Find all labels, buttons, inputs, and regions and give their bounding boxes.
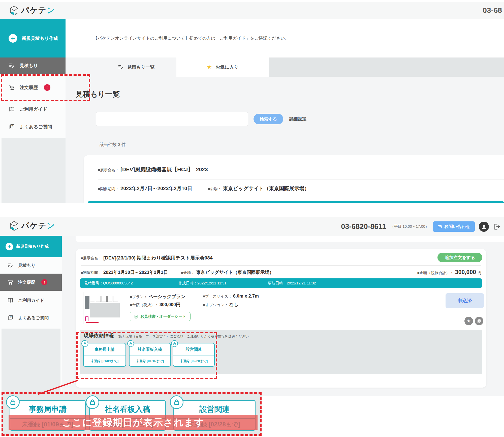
total-value: 300,000: [455, 269, 476, 276]
sidebar-new-quote-button[interactable]: ＋ 新規見積もり作成: [0, 236, 62, 257]
faq-icon: ?: [7, 314, 14, 321]
tab-favorites[interactable]: ★ お気に入り: [176, 57, 269, 77]
site-button-setup[interactable]: 設営関連 未登録 [02/28まで]: [173, 343, 215, 367]
sidebar-item-orders[interactable]: 注文履歴 ！: [0, 74, 66, 101]
alert-badge: ！: [44, 84, 50, 91]
cube-logo-icon: [9, 5, 19, 15]
contact-button[interactable]: お問い合わせ: [433, 221, 475, 232]
sidebar-item-label: 見積もり: [18, 263, 36, 268]
quote-list-content: 見積もり一覧 検索する 詳細設定 該当件数 3 件 ■展示会名： [DEV]厨房…: [66, 77, 504, 203]
sidebar: ＋ 新規見積もり作成 見積もり 注文履歴 ！ ご利用ガイド ? よくあるご質問: [0, 19, 66, 203]
sidebar-item-label: よくあるご質問: [18, 315, 49, 321]
deadline-callout: 事務局申請 未登録 [01/09まで] 社名看板入稿 未登録 [01/16まで]…: [2, 392, 262, 436]
advanced-settings-link[interactable]: 詳細設定: [289, 116, 306, 122]
venue-value: 東京ビッグサイト（東京国際展示場）: [196, 269, 274, 275]
quote-list-icon: [9, 62, 15, 69]
divider: [98, 180, 504, 180]
option-row: ■オプション： なし: [203, 302, 239, 308]
applied-status-button[interactable]: 申込済: [446, 293, 484, 308]
quote-created: 作成日時：2022/12/21 11:31: [178, 281, 227, 286]
sidebar-item-guide[interactable]: ご利用ガイド: [0, 293, 62, 308]
sidebar-item-quotes[interactable]: 見積もり: [0, 57, 66, 74]
sidebar-new-quote-button[interactable]: ＋ 新規見積もり作成: [0, 19, 66, 57]
total-amount-row: ■金額（税抜合計）： 300,000 円: [417, 269, 481, 276]
option-value: なし: [229, 302, 239, 308]
period-label: ■開催期間：: [98, 187, 119, 191]
plan-label: ■プラン：: [130, 295, 147, 299]
screenshot-quote-list: パケテン 03-68 ＋ 新規見積もり作成 見積もり 注文履歴 ！ ご利用ガイド: [0, 2, 504, 203]
amount-row: ■金額（税抜）： 300,000円: [130, 302, 180, 308]
cube-logo-icon: [9, 221, 19, 231]
copy-icon[interactable]: [475, 317, 483, 325]
period-value: 2023年2月7日～2023年2月10日: [120, 185, 192, 192]
sidebar-new-quote-label: 新規見積もり作成: [16, 244, 49, 249]
lock-icon: [171, 340, 178, 347]
tab-row: 見積もり一覧 ★ お気に入り: [66, 57, 504, 77]
brand-name: パケテン: [21, 220, 55, 231]
sidebar-item-quotes[interactable]: 見積もり: [0, 257, 62, 274]
sidebar-item-orders[interactable]: 注文履歴 ！: [0, 274, 62, 291]
sidebar-item-label: 注文履歴: [18, 279, 35, 285]
add-order-button[interactable]: 追加注文をする: [437, 253, 482, 262]
site-request-description: 施工現場（看板・ブース設営等）にご依頼・ご連絡いただく各種情報を登録ください: [118, 334, 249, 339]
tab-quote-list[interactable]: 見積もり一覧: [98, 57, 174, 77]
cart-icon: [7, 279, 14, 285]
book-icon: [9, 106, 15, 112]
exhibition-card: ■展示会名： [DEV]厨房設備機器展【HCJ】_2023 ■開催期間： 202…: [84, 155, 504, 203]
callout-connector-line: [25, 379, 91, 396]
brand-logo[interactable]: パケテン: [9, 5, 55, 16]
total-label: ■金額（税抜合計）：: [417, 271, 454, 275]
booth-plan-thumbnail: [83, 292, 122, 324]
site-request-section: 現場依頼情報 施工現場（看板・ブース設営等）にご依頼・ご連絡いただく各種情報を登…: [80, 330, 482, 374]
faq-icon: ?: [9, 124, 15, 130]
account-icon[interactable]: [479, 222, 489, 232]
brand-logo[interactable]: パケテン: [9, 220, 55, 231]
sidebar: ＋ 新規見積もり作成 見積もり 注文履歴 ！ ご利用ガイド ? よくあるご質問: [0, 236, 62, 396]
tab-strip-filler: [269, 57, 504, 77]
option-label: ■オプション：: [203, 303, 228, 307]
lock-icon: [127, 340, 134, 347]
order-button-fragment[interactable]: [88, 201, 504, 203]
order-history-content: ■展示会名： [DEV](23/1/30) 期限まわり確認用テスト展示会084 …: [62, 236, 504, 396]
brand-name: パケテン: [21, 5, 55, 16]
sidebar-item-label: ご利用ガイド: [20, 106, 47, 112]
site-button-office-application[interactable]: 事務局申請 未登録 [01/09まで]: [83, 343, 126, 367]
sidebar-item-faq[interactable]: ? よくあるご質問: [0, 117, 66, 137]
sidebar-item-label: よくあるご質問: [20, 124, 52, 130]
lock-icon: [170, 395, 183, 409]
sidebar-item-guide[interactable]: ご利用ガイド: [0, 101, 66, 117]
quote-list-icon: [118, 64, 124, 70]
top-app-bar: パケテン 03-68: [0, 2, 504, 19]
period-value: 2023年1月30日～2023年2月1日: [103, 269, 168, 275]
tab-label: お気に入り: [215, 64, 238, 70]
svg-text:?: ?: [11, 125, 13, 128]
sidebar-item-label: 注文履歴: [20, 84, 38, 91]
plus-icon: ＋: [6, 243, 13, 250]
document-icon: [134, 314, 138, 319]
exhibition-name-row: ■展示会名： [DEV](23/1/30) 期限まわり確認用テスト展示会084: [81, 255, 212, 261]
plus-icon: ＋: [9, 34, 17, 43]
search-button[interactable]: 検索する: [254, 114, 283, 124]
svg-text:?: ?: [10, 315, 12, 318]
support-phone: 03-6820-8611: [341, 222, 386, 231]
sidebar-item-faq[interactable]: ? よくあるご質問: [0, 308, 62, 327]
favorite-star-icon[interactable]: ★: [464, 317, 473, 325]
quote-number: 見積番号：QUO0000005642: [84, 281, 133, 286]
lock-icon: [6, 395, 20, 409]
search-input[interactable]: [96, 112, 248, 126]
sidebar-item-label: 見積もり: [20, 63, 38, 69]
quote-sheet-button[interactable]: お見積書・オーダーシート: [130, 312, 191, 321]
booth-size-label: ■ブースサイズ：: [203, 294, 232, 299]
booth-size-value: 6.0m x 2.7m: [233, 294, 259, 299]
quote-list-icon: [7, 262, 14, 269]
venue-label: ■会場：: [181, 270, 195, 275]
star-icon: ★: [207, 64, 212, 71]
quote-updated: 更新日時：2022/12/21 11:32: [268, 281, 316, 286]
divider: [81, 265, 481, 266]
logout-icon[interactable]: [493, 223, 500, 230]
app-bar: パケテン 03-6820-8611 （平日 10:00～17:00） お問い合わ…: [0, 217, 504, 236]
amount-value: 300,000円: [160, 302, 180, 308]
site-button-signboard[interactable]: 社名看板入稿 未登録 [01/16まで]: [129, 343, 171, 367]
exhibition-name-label: ■展示会名：: [81, 256, 102, 261]
exhibition-name-row: ■展示会名： [DEV]厨房設備機器展【HCJ】_2023: [98, 166, 208, 173]
